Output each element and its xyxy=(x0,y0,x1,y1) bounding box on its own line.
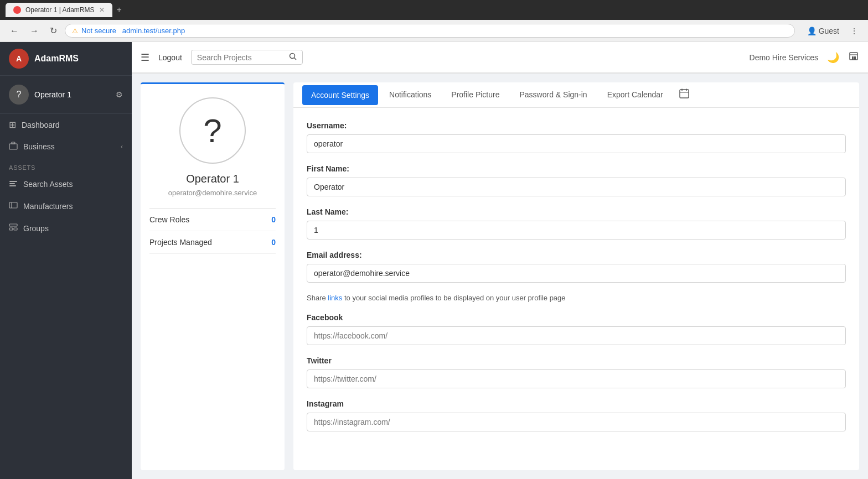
crew-roles-value: 0 xyxy=(271,215,276,224)
top-nav-right: Demo Hire Services 🌙 xyxy=(750,50,859,64)
more-options-button[interactable]: ⋮ xyxy=(847,24,861,38)
browser-chrome: Operator 1 | AdamRMS ✕ + xyxy=(0,0,868,20)
new-tab-button[interactable]: + xyxy=(117,5,122,15)
tab-password-signin[interactable]: Password & Sign-in xyxy=(510,82,596,108)
username-label: Username: xyxy=(307,121,846,130)
facebook-group: Facebook xyxy=(307,313,846,345)
sidebar-item-manufacturers[interactable]: Manufacturers xyxy=(0,195,132,217)
settings-panel: Account Settings Notifications Profile P… xyxy=(293,82,859,470)
sidebar-user-name: Operator 1 xyxy=(34,90,71,99)
groups-icon xyxy=(9,223,18,234)
profile-card: ? Operator 1 operator@demohire.service C… xyxy=(141,82,285,470)
sidebar-item-label: Groups xyxy=(23,224,49,233)
company-name: Demo Hire Services xyxy=(750,53,818,62)
svg-rect-5 xyxy=(9,202,17,208)
username-group: Username: xyxy=(307,121,846,153)
logout-button[interactable]: Logout xyxy=(158,53,182,62)
user-account-button[interactable]: 👤 Guest xyxy=(804,24,843,38)
sidebar-item-search-assets[interactable]: Search Assets xyxy=(0,173,132,195)
svg-line-11 xyxy=(294,58,296,60)
profile-name: Operator 1 xyxy=(186,173,239,185)
sidebar-logo: A AdamRMS xyxy=(0,42,132,76)
business-icon xyxy=(9,141,18,152)
svg-rect-7 xyxy=(9,224,17,226)
svg-point-10 xyxy=(290,54,294,59)
browser-right-controls: 👤 Guest ⋮ xyxy=(804,24,861,38)
forward-button[interactable]: → xyxy=(27,24,42,38)
tab-title: Operator 1 | AdamRMS xyxy=(25,6,95,14)
dark-mode-toggle-button[interactable]: 🌙 xyxy=(827,51,839,64)
svg-rect-2 xyxy=(9,181,17,182)
username-input[interactable] xyxy=(307,134,846,153)
search-projects-input[interactable] xyxy=(197,53,286,62)
app-logo-icon: A xyxy=(9,49,29,69)
manufacturers-icon xyxy=(9,201,18,212)
projects-managed-label: Projects Managed xyxy=(149,238,212,247)
sidebar-user-avatar: ? xyxy=(9,85,29,105)
instagram-input[interactable] xyxy=(307,413,846,431)
email-group: Email address: xyxy=(307,251,846,283)
email-input[interactable] xyxy=(307,264,846,283)
assets-section-label: ASSETS xyxy=(0,158,132,173)
tab-close-button[interactable]: ✕ xyxy=(99,6,105,14)
svg-rect-0 xyxy=(9,144,17,149)
sidebar-item-dashboard[interactable]: ⊞ Dashboard xyxy=(0,114,132,136)
svg-rect-9 xyxy=(14,228,17,230)
facebook-label: Facebook xyxy=(307,313,846,322)
instagram-group: Instagram xyxy=(307,399,846,431)
svg-rect-8 xyxy=(9,228,13,230)
svg-rect-4 xyxy=(9,185,16,186)
social-links-link[interactable]: links xyxy=(328,294,342,302)
twitter-group: Twitter xyxy=(307,356,846,388)
svg-rect-1 xyxy=(12,142,15,144)
security-warning-icon: ⚠ xyxy=(72,27,78,35)
back-button[interactable]: ← xyxy=(7,24,22,38)
profile-email: operator@demohire.service xyxy=(168,189,257,197)
active-tab[interactable]: Operator 1 | AdamRMS ✕ xyxy=(6,3,112,17)
top-nav-wrapper: ☰ Logout Demo Hire Services 🌙 xyxy=(132,42,868,74)
settings-tabs: Account Settings Notifications Profile P… xyxy=(293,82,859,108)
firstname-group: First Name: xyxy=(307,164,846,196)
settings-body: Username: First Name: Last Name: xyxy=(293,108,859,456)
tab-notifications[interactable]: Notifications xyxy=(380,82,440,108)
crew-roles-label: Crew Roles xyxy=(149,215,189,224)
tab-account-settings[interactable]: Account Settings xyxy=(302,85,378,105)
facebook-input[interactable] xyxy=(307,326,846,345)
tab-favicon xyxy=(13,6,21,14)
tab-profile-picture[interactable]: Profile Picture xyxy=(442,82,508,108)
lastname-input[interactable] xyxy=(307,221,846,240)
user-settings-gear-button[interactable]: ⚙ xyxy=(116,90,123,99)
search-projects-box[interactable] xyxy=(191,50,303,65)
calendar-icon xyxy=(674,82,694,107)
top-nav: ☰ Logout Demo Hire Services 🌙 xyxy=(132,42,868,73)
lastname-label: Last Name: xyxy=(307,207,846,216)
address-bar[interactable]: ⚠ Not secure admin.test/user.php xyxy=(65,24,795,38)
twitter-label: Twitter xyxy=(307,356,846,365)
email-label: Email address: xyxy=(307,251,846,259)
svg-rect-13 xyxy=(852,56,854,60)
sidebar-item-business[interactable]: Business ‹ xyxy=(0,136,132,158)
user-icon: 👤 xyxy=(807,27,817,35)
sidebar-item-label: Search Assets xyxy=(23,180,73,189)
sidebar-item-label: Dashboard xyxy=(22,121,60,129)
firstname-label: First Name: xyxy=(307,164,846,173)
search-projects-button[interactable] xyxy=(289,53,297,62)
content-area: ? Operator 1 operator@demohire.service C… xyxy=(132,74,868,479)
main-content: ☰ Logout Demo Hire Services 🌙 xyxy=(132,42,868,479)
projects-managed-row: Projects Managed 0 xyxy=(149,231,276,254)
sidebar-item-label: Manufacturers xyxy=(23,202,73,211)
search-assets-icon xyxy=(9,179,18,190)
sidebar-item-groups[interactable]: Groups xyxy=(0,217,132,240)
building-button[interactable] xyxy=(848,50,859,64)
firstname-input[interactable] xyxy=(307,178,846,196)
svg-rect-16 xyxy=(680,90,689,98)
hamburger-button[interactable]: ☰ xyxy=(141,51,149,64)
url-text: Not secure admin.test/user.php xyxy=(81,27,185,35)
twitter-input[interactable] xyxy=(307,369,846,388)
business-chevron-icon: ‹ xyxy=(121,143,123,150)
lastname-group: Last Name: xyxy=(307,207,846,240)
svg-rect-14 xyxy=(854,56,856,60)
refresh-button[interactable]: ↻ xyxy=(46,23,60,38)
tab-export-calendar[interactable]: Export Calendar xyxy=(598,82,672,108)
crew-roles-row: Crew Roles 0 xyxy=(149,209,276,231)
